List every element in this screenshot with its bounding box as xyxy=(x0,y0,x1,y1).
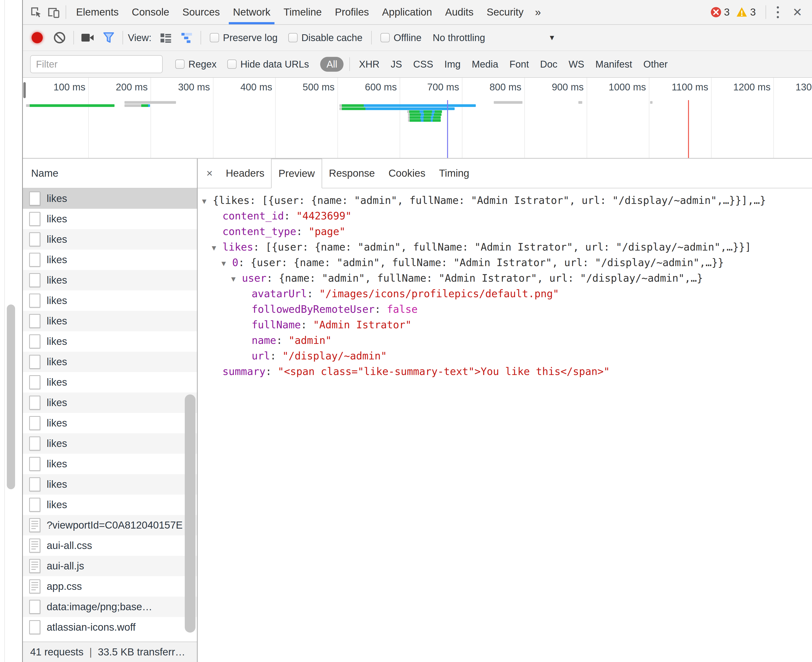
request-row[interactable]: aui-all.css xyxy=(23,535,197,556)
request-row[interactable]: likes xyxy=(23,188,197,209)
detail-tab-timing[interactable]: Timing xyxy=(432,159,476,188)
filter-type-font[interactable]: Font xyxy=(504,59,534,70)
tab-network[interactable]: Network xyxy=(226,0,277,24)
filter-type-manifest[interactable]: Manifest xyxy=(590,59,638,70)
json-tree-line[interactable]: name: "admin" xyxy=(198,333,812,348)
overview-left-handle[interactable] xyxy=(23,82,26,98)
tab-console[interactable]: Console xyxy=(125,0,176,24)
json-tree-line[interactable]: ▼0: {user: {name: "admin", fullName: "Ad… xyxy=(198,255,812,270)
waterfall-bar[interactable] xyxy=(26,104,114,107)
page-scrollbar-handle[interactable] xyxy=(7,305,15,489)
filter-type-css[interactable]: CSS xyxy=(408,59,439,70)
close-details-icon[interactable]: × xyxy=(205,167,219,179)
request-row[interactable]: likes xyxy=(23,209,197,229)
json-tree-line[interactable]: content_id: "4423699" xyxy=(198,208,812,224)
detail-tab-preview[interactable]: Preview xyxy=(271,159,322,188)
devtools-menu-icon[interactable] xyxy=(769,6,786,18)
filter-type-xhr[interactable]: XHR xyxy=(353,59,385,70)
expand-arrow-icon[interactable]: ▼ xyxy=(202,193,213,209)
json-tree-line[interactable]: ▼likes: [{user: {name: "admin", fullName… xyxy=(198,239,812,255)
expand-arrow-icon[interactable]: ▼ xyxy=(231,271,242,287)
waterfall-bar[interactable] xyxy=(408,119,441,122)
capture-screenshots-icon[interactable] xyxy=(81,31,95,45)
request-row[interactable]: likes xyxy=(23,270,197,291)
close-devtools-icon[interactable]: ✕ xyxy=(786,5,806,19)
tab-profiles[interactable]: Profiles xyxy=(328,0,375,24)
request-row[interactable]: likes xyxy=(23,433,197,454)
name-column-header[interactable]: Name xyxy=(23,159,197,188)
request-row[interactable]: aui-all.js xyxy=(23,556,197,576)
json-tree-line[interactable]: url: "/display/~admin" xyxy=(198,348,812,364)
json-tree-line[interactable]: ▼{likes: [{user: {name: "admin", fullNam… xyxy=(198,193,812,208)
inspect-element-icon[interactable] xyxy=(29,4,43,21)
offline-checkbox[interactable] xyxy=(381,33,390,42)
waterfall-bar[interactable] xyxy=(578,101,582,104)
request-row[interactable]: likes xyxy=(23,372,197,392)
waterfall-bar[interactable] xyxy=(339,108,455,110)
use-large-rows-icon[interactable] xyxy=(159,31,173,45)
tab-audits[interactable]: Audits xyxy=(439,0,480,24)
request-row[interactable]: data:image/png;base… xyxy=(23,597,197,617)
waterfall-bar[interactable] xyxy=(408,113,442,116)
request-row[interactable]: likes xyxy=(23,311,197,331)
filter-input[interactable] xyxy=(30,55,162,73)
warning-badge-icon[interactable] xyxy=(736,6,748,18)
request-row[interactable]: likes xyxy=(23,495,197,515)
preserve-log-checkbox[interactable] xyxy=(210,33,219,42)
device-toolbar-icon[interactable] xyxy=(47,4,60,21)
tab-application[interactable]: Application xyxy=(376,0,439,24)
network-overview[interactable]: 100 ms200 ms300 ms400 ms500 ms600 ms700 … xyxy=(23,78,812,159)
request-row[interactable]: likes xyxy=(23,392,197,413)
tab-timeline[interactable]: Timeline xyxy=(277,0,328,24)
expand-arrow-icon[interactable]: ▼ xyxy=(222,255,232,271)
waterfall-bar[interactable] xyxy=(408,116,441,119)
waterfall-bar[interactable] xyxy=(124,104,150,107)
request-row[interactable]: ?viewportId=C0A812040157E xyxy=(23,515,197,535)
clear-network-log-icon[interactable] xyxy=(53,31,67,45)
json-tree-line[interactable]: ▼user: {name: "admin", fullName: "Admin … xyxy=(198,270,812,286)
detail-tab-response[interactable]: Response xyxy=(322,159,382,188)
request-row[interactable]: likes xyxy=(23,291,197,311)
throttling-dropdown[interactable]: No throttling ▼ xyxy=(433,32,556,43)
filter-type-ws[interactable]: WS xyxy=(563,59,590,70)
request-row[interactable]: likes xyxy=(23,474,197,495)
request-row[interactable]: likes xyxy=(23,331,197,352)
detail-tab-headers[interactable]: Headers xyxy=(219,159,271,188)
more-tabs-chevron[interactable]: » xyxy=(530,6,545,18)
request-row[interactable]: likes xyxy=(23,229,197,250)
filter-icon[interactable] xyxy=(101,31,116,45)
disable-cache-checkbox[interactable] xyxy=(288,33,297,42)
waterfall-bar[interactable] xyxy=(650,101,653,104)
json-tree-line[interactable]: followedByRemoteUser: false xyxy=(198,302,812,317)
request-list-scrollbar[interactable] xyxy=(185,394,195,633)
filter-type-js[interactable]: JS xyxy=(385,59,408,70)
request-row[interactable]: likes xyxy=(23,352,197,372)
request-row[interactable]: app.css xyxy=(23,576,197,597)
request-row[interactable]: atlassian-icons.woff xyxy=(23,617,197,638)
regex-checkbox[interactable] xyxy=(175,59,185,69)
tab-sources[interactable]: Sources xyxy=(176,0,226,24)
request-row[interactable]: likes xyxy=(23,250,197,270)
json-tree-line[interactable]: avatarUrl: "/images/icons/profilepics/de… xyxy=(198,286,812,302)
waterfall-bar[interactable] xyxy=(124,101,176,104)
waterfall-bar[interactable] xyxy=(339,104,476,107)
request-row[interactable]: likes xyxy=(23,454,197,474)
request-row[interactable]: likes xyxy=(23,413,197,433)
show-overview-icon[interactable] xyxy=(180,31,194,45)
filter-type-img[interactable]: Img xyxy=(439,59,466,70)
waterfall-bar[interactable] xyxy=(494,101,523,104)
filter-type-doc[interactable]: Doc xyxy=(535,59,563,70)
json-tree-line[interactable]: fullName: "Admin Istrator" xyxy=(198,317,812,333)
waterfall-bar[interactable] xyxy=(407,110,442,113)
tab-security[interactable]: Security xyxy=(480,0,530,24)
hide-data-urls-checkbox[interactable] xyxy=(227,59,236,69)
filter-type-all[interactable]: All xyxy=(320,57,344,72)
record-network-log-button[interactable] xyxy=(32,32,43,43)
detail-tab-cookies[interactable]: Cookies xyxy=(382,159,432,188)
expand-arrow-icon[interactable]: ▼ xyxy=(212,240,222,255)
tab-elements[interactable]: Elements xyxy=(69,0,125,24)
filter-type-media[interactable]: Media xyxy=(466,59,504,70)
json-tree-line[interactable]: content_type: "page" xyxy=(198,224,812,239)
json-tree-line[interactable]: summary: "<span class="like-summary-text… xyxy=(198,364,812,379)
error-badge-icon[interactable] xyxy=(711,6,722,18)
